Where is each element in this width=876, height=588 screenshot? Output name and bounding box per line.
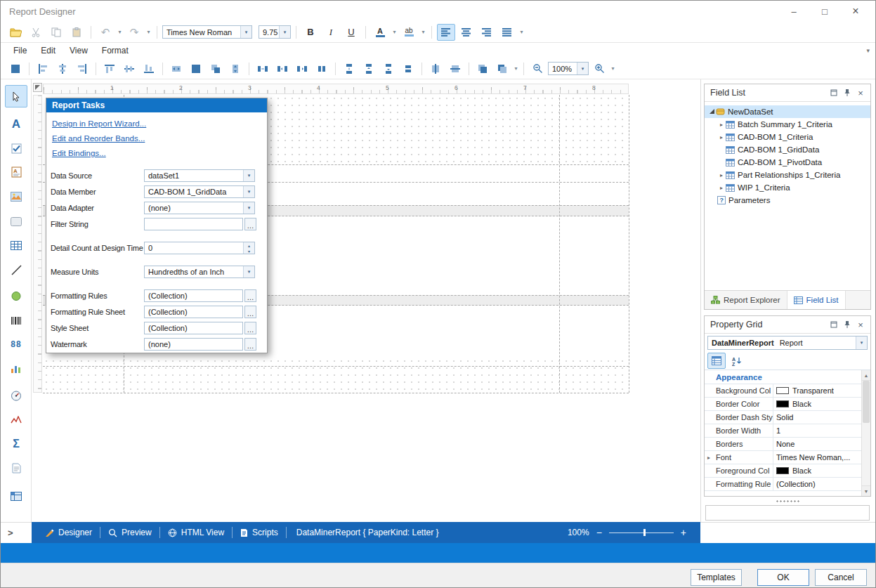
increase-vertical-spacing-icon[interactable] [360,60,378,77]
pin-icon[interactable] [842,87,853,98]
shape-tool-icon[interactable] [5,285,27,307]
watermark-ellipsis-button[interactable]: … [244,338,256,351]
splitter-grip[interactable] [704,498,871,504]
property-row-border-color[interactable]: Border Color Black [705,398,861,411]
menu-view[interactable]: View [63,44,95,57]
chevron-down-icon[interactable]: ▾ [577,63,588,74]
font-size-combo[interactable]: 9.75 ▾ [259,25,291,39]
tree-node[interactable]: ▸ Batch Summary 1_Criteria [705,118,870,131]
justify-button[interactable] [498,24,516,41]
italic-button[interactable]: I [322,24,340,41]
formatting-rule-sheet-field[interactable]: (Collection) [144,306,243,318]
make-same-size-icon[interactable] [207,60,225,77]
chevron-down-icon[interactable]: ▾ [279,26,290,38]
formatting-rules-ellipsis-button[interactable]: … [244,289,256,302]
label-tool-icon[interactable]: A [5,113,27,136]
zoom-slider-thumb[interactable] [643,529,646,536]
categorized-view-button[interactable] [707,353,726,369]
align-bottoms-icon[interactable] [140,60,158,77]
align-to-grid-icon[interactable] [6,60,25,77]
equal-horizontal-spacing-icon[interactable] [254,60,272,77]
pointer-tool-icon[interactable] [5,85,27,107]
tab-designer[interactable]: Designer [39,522,98,543]
highlight-dropdown-icon[interactable]: ▾ [420,29,426,35]
align-center-button[interactable] [457,24,476,41]
table-tool-icon[interactable] [5,234,27,256]
chevron-down-icon[interactable]: ▾ [243,186,254,197]
scroll-down-icon[interactable]: ▼ [862,485,870,496]
copy-icon[interactable] [47,24,65,41]
data-source-combo[interactable]: dataSet1▾ [144,169,255,182]
property-row-border-dash-style[interactable]: Border Dash Sty Solid [705,411,861,424]
send-to-back-icon[interactable] [493,60,511,77]
property-row-font[interactable]: ▸Font Times New Roman,... [705,451,861,464]
center-horizontally-icon[interactable] [426,60,445,77]
scrollbar-thumb[interactable] [863,381,870,423]
align-tops-icon[interactable] [100,60,119,77]
make-same-height-icon[interactable] [226,60,244,77]
close-icon[interactable]: × [840,1,871,22]
property-row-borders[interactable]: Borders None [705,438,861,451]
chevron-down-icon[interactable]: ▾ [243,202,254,214]
decrease-horizontal-spacing-icon[interactable] [293,60,311,77]
tree-node-newdataset[interactable]: NewDataSet [705,105,870,118]
alphabetical-sort-button[interactable]: AZ [728,353,746,369]
close-icon[interactable]: × [855,319,866,330]
style-sheet-field[interactable]: (Collection) [144,322,243,334]
tab-scripts[interactable]: Scripts [234,522,285,543]
tree-node[interactable]: ▸ WIP 1_Criteria [705,181,870,194]
bar-code-tool-icon[interactable] [5,309,27,332]
expand-panel-icon[interactable]: > [8,528,13,538]
undo-dropdown-icon[interactable]: ▾ [117,29,123,35]
font-name-combo[interactable]: Times New Roman ▾ [162,25,252,39]
align-right-button[interactable] [478,24,496,41]
filter-string-ellipsis-button[interactable]: … [244,218,256,230]
decrease-vertical-spacing-icon[interactable] [379,60,398,77]
expander-collapsed-icon[interactable]: ▸ [717,172,726,178]
watermark-field[interactable]: (none) [144,338,243,351]
redo-dropdown-icon[interactable]: ▾ [145,29,152,35]
chevron-down-icon[interactable]: ▾ [856,337,867,349]
tab-field-list[interactable]: Field List [787,291,846,309]
formatting-rules-field[interactable]: (Collection) [144,289,243,302]
open-icon[interactable] [6,24,25,41]
tab-html-view[interactable]: HTML View [162,522,230,543]
smart-tag-icon[interactable] [33,83,42,92]
data-member-combo[interactable]: CAD-BOM 1_GridData▾ [144,185,255,198]
align-rights-icon[interactable] [73,60,91,77]
band-separator[interactable] [43,393,629,393]
templates-button[interactable]: Templates [691,569,742,586]
undo-icon[interactable]: ↶ [96,24,115,41]
remove-horizontal-spacing-icon[interactable] [313,60,331,77]
design-in-report-wizard-link[interactable]: Design in Report Wizard... [52,119,146,128]
detail-count-spinner[interactable]: 0 ▴▾ [144,242,255,254]
tree-node[interactable]: CAD-BOM 1_PivotData [705,156,870,169]
expander-collapsed-icon[interactable]: ▸ [717,185,726,191]
expander-expanded-icon[interactable] [707,109,716,115]
align-middles-icon[interactable] [120,60,138,77]
property-row-foreground-color[interactable]: Foreground Col Black [705,464,861,478]
minimize-icon[interactable]: – [778,1,809,22]
highlight-button[interactable]: ab [400,24,418,41]
font-color-button[interactable]: A [371,24,389,41]
line-tool-icon[interactable] [5,259,27,281]
category-appearance[interactable]: Appearance [705,370,861,384]
property-grid-scrollbar[interactable]: ▲ ▼ [861,370,870,496]
zoom-combo[interactable]: 100% ▾ [548,62,589,75]
align-left-button[interactable] [437,24,455,41]
make-same-width-icon[interactable] [167,60,185,77]
align-centers-icon[interactable] [53,60,72,77]
zoom-dropdown-icon[interactable]: ▾ [610,65,616,72]
scroll-up-icon[interactable]: ▲ [862,370,870,381]
toolbar-overflow-icon[interactable]: ▾ [866,47,870,54]
sigma-tool-icon[interactable]: Σ [5,433,27,455]
data-adapter-combo[interactable]: (none)▾ [144,202,255,214]
float-window-icon[interactable] [828,87,839,98]
menu-edit[interactable]: Edit [34,44,63,57]
cut-icon[interactable] [27,24,45,41]
maximize-icon[interactable]: □ [809,1,840,22]
tree-node[interactable]: ▸ Part Relationships 1_Criteria [705,169,870,181]
remove-vertical-spacing-icon[interactable] [399,60,417,77]
center-vertically-icon[interactable] [446,60,464,77]
picture-box-tool-icon[interactable] [5,185,27,208]
